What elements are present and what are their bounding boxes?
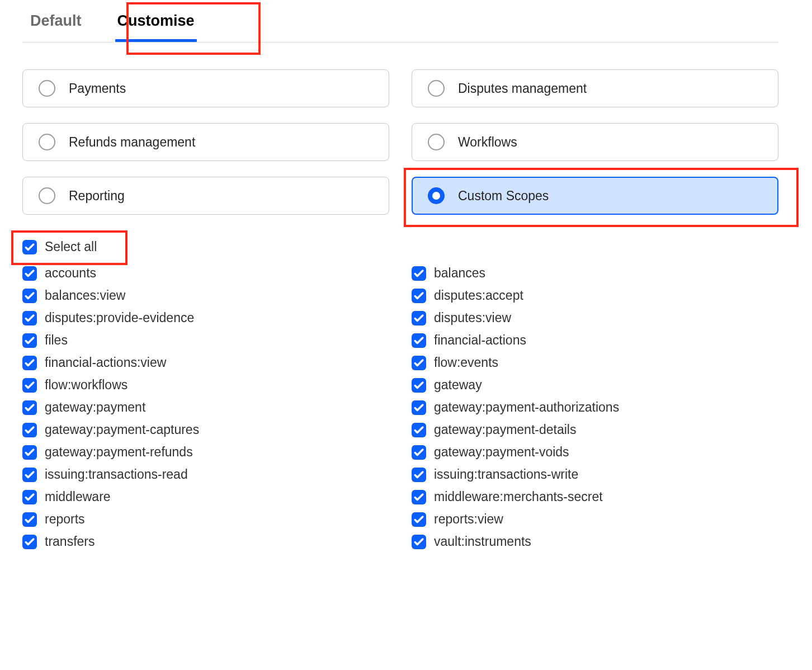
- scope-row: gateway:payment-authorizations: [412, 400, 778, 415]
- radio-label: Reporting: [69, 188, 125, 204]
- radio-payments[interactable]: Payments: [22, 69, 389, 107]
- checkmark-icon: [414, 470, 424, 480]
- radio-refunds-management[interactable]: Refunds management: [22, 123, 389, 161]
- scope-label: gateway:payment-captures: [45, 422, 199, 437]
- checkbox-scope[interactable]: [412, 445, 426, 460]
- radio-workflows[interactable]: Workflows: [412, 123, 778, 161]
- checkbox-scope[interactable]: [412, 423, 426, 437]
- radio-label: Custom Scopes: [458, 188, 549, 204]
- radio-circle-icon: [39, 80, 55, 97]
- checkmark-icon: [25, 447, 35, 457]
- scope-row: transfers: [22, 534, 389, 549]
- checkbox-scope[interactable]: [412, 266, 426, 281]
- checkmark-icon: [414, 358, 424, 368]
- checkbox-scope[interactable]: [22, 356, 37, 370]
- scope-row: flow:workflows: [22, 378, 389, 393]
- scope-label: gateway: [434, 378, 482, 393]
- scope-row: disputes:accept: [412, 288, 778, 303]
- checkbox-scope[interactable]: [412, 356, 426, 370]
- checkbox-scope[interactable]: [22, 333, 37, 348]
- checkbox-scope[interactable]: [412, 490, 426, 504]
- scope-label: issuing:transactions-read: [45, 467, 188, 482]
- checkbox-scope[interactable]: [412, 289, 426, 303]
- scope-label: disputes:accept: [434, 288, 523, 303]
- checkbox-scope[interactable]: [412, 512, 426, 527]
- scope-row: gateway:payment-refunds: [22, 445, 389, 460]
- scope-label: reports: [45, 512, 85, 527]
- scope-row: gateway:payment-details: [412, 422, 778, 437]
- checkmark-icon: [25, 492, 35, 502]
- tab-customise[interactable]: Customise: [115, 6, 197, 42]
- checkbox-scope[interactable]: [22, 311, 37, 325]
- scope-row: balances: [412, 266, 778, 281]
- tab-default[interactable]: Default: [28, 6, 84, 42]
- scope-row: balances:view: [22, 288, 389, 303]
- checkbox-scope[interactable]: [22, 535, 37, 549]
- checkmark-icon: [25, 425, 35, 435]
- checkbox-scope[interactable]: [22, 512, 37, 527]
- checkmark-icon: [25, 336, 35, 346]
- scope-label: files: [45, 333, 68, 348]
- checkbox-scope[interactable]: [22, 445, 37, 460]
- radio-circle-icon: [39, 187, 55, 204]
- checkbox-scope[interactable]: [22, 266, 37, 281]
- scope-label: gateway:payment: [45, 400, 145, 415]
- radio-custom-scopes[interactable]: Custom Scopes: [412, 177, 778, 215]
- scope-row: issuing:transactions-read: [22, 467, 389, 482]
- scope-label: balances:view: [45, 288, 125, 303]
- scope-row: gateway:payment-captures: [22, 422, 389, 437]
- radio-reporting[interactable]: Reporting: [22, 177, 389, 215]
- checkbox-scope[interactable]: [412, 400, 426, 415]
- radio-circle-icon: [428, 134, 445, 150]
- radio-circle-icon: [39, 134, 55, 150]
- scope-row: gateway:payment-voids: [412, 445, 778, 460]
- checkmark-icon: [414, 336, 424, 346]
- checkbox-scope[interactable]: [22, 468, 37, 482]
- checkmark-icon: [414, 313, 424, 323]
- checkmark-icon: [25, 380, 35, 390]
- checkmark-icon: [414, 268, 424, 279]
- scope-label: transfers: [45, 534, 95, 549]
- scope-row: disputes:provide-evidence: [22, 310, 389, 325]
- checkmark-icon: [25, 403, 35, 413]
- checkmark-icon: [25, 268, 35, 279]
- scope-row: disputes:view: [412, 310, 778, 325]
- checkmark-icon: [25, 358, 35, 368]
- scope-row: financial-actions:view: [22, 355, 389, 370]
- scope-label: financial-actions: [434, 333, 526, 348]
- scope-label: middleware:merchants-secret: [434, 489, 603, 504]
- checkmark-icon: [414, 447, 424, 457]
- scope-label: issuing:transactions-write: [434, 467, 578, 482]
- scope-label: vault:instruments: [434, 534, 531, 549]
- scope-row: middleware:merchants-secret: [412, 489, 778, 504]
- checkbox-scope[interactable]: [412, 333, 426, 348]
- checkbox-scope[interactable]: [22, 289, 37, 303]
- checkmark-icon: [25, 313, 35, 323]
- checkbox-scope[interactable]: [412, 535, 426, 549]
- scope-row: accounts: [22, 266, 389, 281]
- scope-row: reports:view: [412, 512, 778, 527]
- checkbox-scope[interactable]: [412, 311, 426, 325]
- checkbox-scope[interactable]: [412, 468, 426, 482]
- checkbox-scope[interactable]: [22, 490, 37, 504]
- checkmark-icon: [414, 425, 424, 435]
- scopes-column-left: accountsbalances:viewdisputes:provide-ev…: [22, 266, 389, 556]
- checkbox-scope[interactable]: [22, 423, 37, 437]
- radio-label: Refunds management: [69, 135, 195, 150]
- radio-options-grid: Payments Disputes management Refunds man…: [22, 69, 778, 215]
- checkbox-scope[interactable]: [22, 400, 37, 415]
- scope-label: financial-actions:view: [45, 355, 166, 370]
- scope-row: files: [22, 333, 389, 348]
- checkbox-scope[interactable]: [412, 378, 426, 393]
- scope-label: flow:workflows: [45, 378, 128, 393]
- checkbox-select-all[interactable]: [22, 240, 37, 254]
- checkmark-icon: [25, 291, 35, 301]
- radio-disputes-management[interactable]: Disputes management: [412, 69, 778, 107]
- select-all-label: Select all: [45, 239, 97, 254]
- checkmark-icon: [25, 515, 35, 525]
- scope-label: gateway:payment-voids: [434, 445, 569, 460]
- checkbox-scope[interactable]: [22, 378, 37, 393]
- checkmark-icon: [414, 537, 424, 547]
- scope-label: disputes:provide-evidence: [45, 310, 194, 325]
- checkmark-icon: [414, 515, 424, 525]
